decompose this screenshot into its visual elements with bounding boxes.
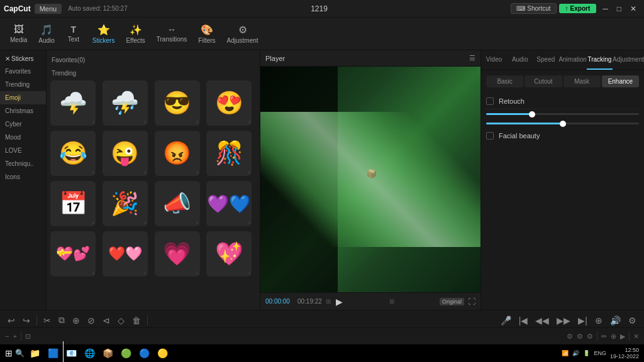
taskbar-app-chrome[interactable]: 🔵: [136, 348, 152, 358]
tool-filters[interactable]: 🎨 Filters: [193, 21, 220, 47]
sticker-categories-panel: ✕ Stickers Favorites Trending Emoji Chri…: [0, 50, 47, 310]
taskbar-search[interactable]: 🔍: [15, 349, 25, 358]
undo-button[interactable]: ↩: [5, 314, 18, 327]
tool-transitions[interactable]: ↔ Transitions: [152, 22, 192, 45]
tab-animation[interactable]: Animation: [558, 50, 586, 70]
audio-sync-button[interactable]: 🔊: [608, 314, 623, 327]
freeze-button[interactable]: ⊲: [100, 314, 113, 327]
category-technique[interactable]: Techniqu..: [0, 157, 46, 170]
bottom-close[interactable]: ✕: [633, 332, 639, 341]
mic-button[interactable]: 🎤: [498, 314, 514, 327]
sub-tab-basic[interactable]: Basic: [486, 75, 523, 87]
upload-icon: ↑: [565, 5, 569, 12]
category-cyber[interactable]: Cyber: [0, 118, 46, 131]
category-christmas[interactable]: Christmas: [0, 104, 46, 118]
tool-stickers[interactable]: ⭐ Stickers: [87, 21, 120, 47]
close-button[interactable]: ✕: [626, 3, 640, 14]
cut-button[interactable]: ✂: [41, 314, 53, 327]
timeline-nav-5[interactable]: ⊕: [592, 314, 605, 327]
close-stickers-icon[interactable]: ✕: [5, 55, 10, 62]
copy-button[interactable]: ⧉: [56, 314, 67, 327]
category-icons[interactable]: Icons: [0, 170, 46, 184]
timeline-nav-1[interactable]: |◀: [516, 314, 531, 327]
tab-adjustment[interactable]: Adjustment: [613, 50, 644, 70]
taskbar-app-mail[interactable]: 📧: [64, 348, 79, 358]
taskbar-app-store[interactable]: 🟦: [45, 348, 61, 358]
play-button[interactable]: ▶: [335, 297, 344, 307]
sub-tab-cutout[interactable]: Cutout: [525, 75, 562, 87]
maximize-button[interactable]: □: [613, 3, 625, 14]
tool-effects[interactable]: ✨ Effects: [121, 21, 150, 47]
sticker-megaphone[interactable]: 📣↓: [155, 181, 200, 226]
sticker-lol[interactable]: 😂↓: [50, 131, 96, 176]
shortcut-button[interactable]: ⌨ Shortcut: [511, 3, 556, 14]
sticker-cool-face[interactable]: 😎↓: [155, 80, 200, 126]
sticker-calendar[interactable]: 📅↓: [50, 181, 96, 226]
tool-adjustment-label: Adjustment: [227, 37, 258, 44]
facial-beauty-checkbox[interactable]: [486, 132, 494, 140]
settings-timeline[interactable]: ⚙: [626, 314, 639, 327]
sub-tab-mask[interactable]: Mask: [564, 75, 601, 87]
timeline-nav-3[interactable]: ▶▶: [554, 314, 573, 327]
category-love[interactable]: LOVE: [0, 144, 46, 157]
bottom-nav-3[interactable]: ▶: [620, 332, 625, 341]
zoom-in-button[interactable]: +: [13, 332, 16, 340]
fit-button[interactable]: ⊡: [25, 332, 31, 341]
sticker-purple-heart[interactable]: 💜💙↓: [206, 181, 252, 226]
delete-button[interactable]: 🗑: [130, 314, 143, 327]
sticker-angry[interactable]: 😡↓: [155, 131, 200, 176]
slider2-thumb[interactable]: [560, 121, 566, 127]
start-button[interactable]: ⊞: [5, 348, 13, 358]
tab-audio[interactable]: Audio: [507, 50, 533, 70]
menu-button[interactable]: Menu: [35, 4, 62, 14]
bottom-settings-2[interactable]: ⚙: [577, 332, 583, 341]
slider1-thumb[interactable]: [529, 111, 535, 118]
tool-media[interactable]: 🖼 Media: [5, 21, 32, 46]
taskbar-app-dropbox[interactable]: 🟢: [118, 348, 134, 358]
zoom-out-button[interactable]: −: [5, 332, 9, 340]
category-emoji[interactable]: Emoji: [0, 91, 46, 104]
redo-button[interactable]: ↪: [20, 314, 33, 327]
draw-button[interactable]: ◇: [115, 314, 127, 327]
sub-tab-enhance[interactable]: Enhance: [602, 75, 639, 87]
taskbar-app-edge[interactable]: 🌐: [82, 348, 97, 358]
tab-video[interactable]: Video: [481, 50, 507, 70]
sticker-laptop[interactable]: 🎊↓: [206, 131, 252, 176]
tab-tracking[interactable]: Tracking: [587, 50, 613, 70]
category-trending[interactable]: Trending: [0, 78, 46, 91]
sticker-red-hearts[interactable]: ❤️🩷↓: [103, 231, 148, 277]
tool-adjustment[interactable]: ⚙ Adjustment: [222, 21, 264, 47]
bottom-settings-1[interactable]: ⚙: [567, 332, 573, 341]
sticker-cloud-lightning[interactable]: 🌩️↓: [50, 80, 96, 126]
export-button[interactable]: ↑ Export: [559, 4, 597, 13]
category-favorites[interactable]: Favorites: [0, 65, 46, 78]
player-menu-icon[interactable]: ☰: [469, 54, 475, 62]
slider2-track[interactable]: [486, 123, 639, 124]
sticker-sparkle-heart[interactable]: 💖↓: [206, 231, 252, 277]
split-button[interactable]: ⊘: [85, 314, 97, 327]
bottom-settings-3[interactable]: ⚙: [587, 332, 593, 341]
sticker-party[interactable]: 🎉↓: [103, 181, 148, 226]
sticker-heart-eyes[interactable]: 😍↓: [206, 80, 252, 126]
sticker-wink[interactable]: 😜↓: [103, 131, 148, 176]
timeline-nav-4[interactable]: ▶|: [575, 314, 590, 327]
taskbar-app-capcut[interactable]: 🟡: [155, 348, 170, 358]
bottom-nav-1[interactable]: ✏: [601, 332, 607, 341]
slider1-track[interactable]: [486, 113, 639, 115]
sticker-storm[interactable]: ⛈️↓: [103, 80, 148, 126]
download-icon: ↓: [196, 119, 199, 124]
fullscreen-button[interactable]: ⛶: [468, 297, 475, 306]
taskbar-app-amazon[interactable]: 📦: [100, 348, 116, 358]
taskbar-app-explorer[interactable]: 📁: [27, 348, 43, 358]
paste-button[interactable]: ⊕: [70, 314, 82, 327]
retouch-checkbox[interactable]: [486, 97, 494, 105]
bottom-nav-2[interactable]: ⊕: [611, 332, 616, 341]
sticker-pink-heart[interactable]: 💗↓: [155, 231, 200, 277]
minimize-button[interactable]: ─: [599, 3, 612, 14]
timeline-nav-2[interactable]: ◀◀: [533, 314, 552, 327]
category-mood[interactable]: Mood: [0, 131, 46, 144]
tool-audio[interactable]: 🎵 Audio: [33, 21, 60, 47]
sticker-pink-hearts[interactable]: 💝💕↓: [50, 231, 96, 277]
tool-text[interactable]: T Text: [61, 22, 86, 45]
tab-speed[interactable]: Speed: [533, 50, 558, 70]
